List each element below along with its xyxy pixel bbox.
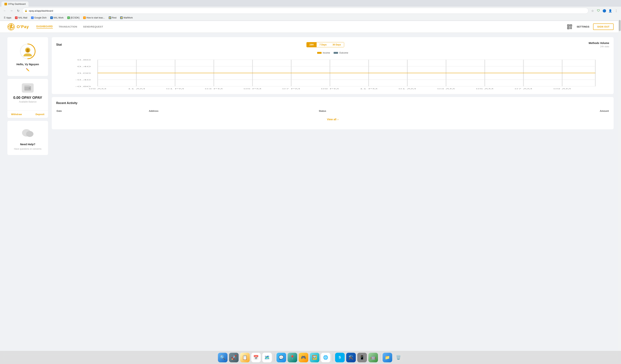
signout-button[interactable]: SIGN OUT: [593, 23, 614, 30]
svg-rect-18: [24, 85, 30, 87]
svg-point-3: [10, 25, 12, 26]
dock-phone[interactable]: 📱: [357, 353, 367, 362]
svg-text:05 AM: 05 AM: [476, 88, 493, 90]
profile-button[interactable]: 👤: [608, 8, 613, 13]
nav-transaction[interactable]: TRANSACTION: [59, 25, 77, 28]
bookmark-google-dich-label: Google Dich: [34, 17, 47, 19]
svg-rect-11: [571, 27, 572, 28]
settings-link[interactable]: SETTINGS: [577, 25, 589, 28]
income-color: [317, 52, 322, 54]
bookmarks-bar: ⠿ Apps M NAL Mail T Google Dich W NAL Wo…: [0, 15, 621, 21]
extension-button[interactable]: 🔵: [602, 8, 607, 13]
header-actions: SETTINGS SIGN OUT: [566, 23, 614, 30]
browser-chrome: O'Pay Dashboard ← → ↻ 🔒 opay.ai/app/dash…: [0, 0, 621, 21]
stat-tabs: 24H 7 Days 30 Days: [307, 42, 344, 47]
chart-legend: Income Outcome: [56, 51, 609, 54]
svg-text:11 AM: 11 AM: [128, 88, 145, 90]
nav-send-request[interactable]: SEND/REQUEST: [83, 25, 103, 28]
col-amount: Amount: [449, 108, 609, 114]
tab-title: O'Pay Dashboard: [8, 3, 26, 5]
income-label: Income: [323, 51, 330, 54]
forward-button[interactable]: →: [9, 8, 14, 13]
reload-button[interactable]: ↻: [16, 8, 21, 13]
svg-rect-7: [570, 25, 571, 26]
tab-30days[interactable]: 30 Days: [329, 42, 344, 47]
dock-trash[interactable]: 🗑️: [394, 353, 403, 362]
outcome-label: Outcome: [339, 51, 348, 54]
methods-volume-area: Methods Volume 24h stats: [589, 42, 609, 48]
left-sidebar: Hello, Vy Nguyen ✏️ 0.00 OPAY OPAY Avail…: [7, 37, 48, 361]
bookmark-nal-work-label: NAL Work: [54, 17, 64, 19]
methods-volume-label: Methods Volume: [589, 42, 609, 45]
svg-text:-0.80: -0.80: [75, 85, 91, 87]
dock-calendar[interactable]: 📅: [251, 353, 261, 362]
dock-skype[interactable]: S: [335, 353, 345, 362]
bookmark-ecsdk-label: [ECSDK]: [70, 17, 79, 19]
svg-point-19: [29, 87, 31, 89]
bookmark-nal-mail[interactable]: M NAL Mail: [14, 16, 29, 20]
stat-chart: 0.80 0.40 0.00 -0.40 -0.80 09 AM 11 AM 0…: [56, 56, 609, 90]
wallet-icon: [22, 83, 34, 93]
view-all-row: View all ›: [57, 114, 609, 125]
chart-container: 0.80 0.40 0.00 -0.40 -0.80 09 AM 11 AM 0…: [56, 56, 609, 90]
tab-favicon: [4, 3, 7, 5]
activity-card: Recent Activity Date Address Status Amou…: [52, 97, 614, 129]
bookmark-nal-work[interactable]: W NAL Work: [49, 16, 65, 20]
svg-text:11 PM: 11 PM: [360, 88, 378, 90]
bookmark-google-dich[interactable]: T Google Dich: [30, 16, 48, 20]
balance-label: Available Balance: [11, 100, 44, 103]
stat-header: Stat 24H 7 Days 30 Days Methods Volume 2…: [56, 42, 609, 48]
bookmark-mailwork-label: MailWork: [123, 17, 133, 19]
active-tab[interactable]: O'Pay Dashboard: [1, 1, 29, 7]
dock-notes[interactable]: 📋: [240, 353, 250, 362]
dock-chrome[interactable]: 🌐: [321, 353, 330, 362]
bookmark-rest[interactable]: 📁 Rest: [107, 16, 118, 20]
nav-dashboard[interactable]: DASHBOARD: [36, 25, 53, 29]
dock-game[interactable]: 🎮: [299, 353, 308, 362]
activity-tbody: View all ›: [57, 114, 609, 125]
stat-title: Stat: [56, 43, 62, 46]
back-button[interactable]: ←: [2, 8, 7, 13]
scrollbar-thumb[interactable]: [619, 20, 621, 31]
dock-maps2[interactable]: 📍: [288, 353, 297, 362]
qr-icon[interactable]: [566, 23, 573, 30]
svg-rect-9: [568, 28, 569, 29]
dock-maps[interactable]: 🗺️: [262, 353, 272, 362]
bookmark-mailwork[interactable]: 📁 MailWork: [119, 16, 134, 20]
browser-scrollbar[interactable]: [619, 20, 621, 351]
svg-text:09 PM: 09 PM: [321, 88, 339, 90]
col-date: Date: [57, 108, 148, 114]
dock-xcode[interactable]: ⚒️: [346, 353, 356, 362]
main-nav: DASHBOARD TRANSACTION SEND/REQUEST: [36, 25, 567, 29]
dock-rocket[interactable]: 🚀: [229, 353, 239, 362]
bookmark-star-button[interactable]: ☆: [590, 8, 595, 13]
svg-rect-12: [570, 28, 571, 29]
edit-icon[interactable]: ✏️: [11, 68, 44, 71]
bookmark-apps[interactable]: ⠿ Apps: [2, 16, 13, 20]
deposit-button[interactable]: Deposit: [35, 113, 44, 116]
dock-finder[interactable]: 🔍: [218, 353, 227, 362]
dock-photos[interactable]: 🖼️: [310, 353, 319, 362]
svg-text:01 AM: 01 AM: [398, 88, 416, 90]
svg-text:0.40: 0.40: [77, 66, 91, 67]
tab-7days[interactable]: 7 Days: [317, 42, 330, 47]
menu-button[interactable]: ⋮: [614, 8, 619, 13]
tab-24h[interactable]: 24H: [307, 42, 317, 47]
dock-finder2[interactable]: 📁: [382, 353, 392, 362]
shield-icon[interactable]: 🛡: [596, 8, 601, 13]
dock-messages[interactable]: 💬: [276, 353, 286, 362]
withdraw-button[interactable]: Withdraw: [11, 113, 22, 116]
dock-separator-3: [380, 354, 380, 361]
legend-income: Income: [317, 51, 330, 54]
bookmark-how-to[interactable]: D How to start teac...: [82, 16, 106, 20]
bookmark-ecsdk[interactable]: E [ECSDK]: [66, 16, 81, 20]
bookmark-nal-mail-label: NAL Mail: [18, 17, 27, 19]
balance-info: 0.00 OPAY OPAY Available Balance: [7, 79, 48, 111]
help-icon: [21, 127, 34, 140]
dock-android[interactable]: 🤖: [368, 353, 378, 362]
view-all-button[interactable]: View all ›: [327, 118, 338, 121]
address-bar[interactable]: 🔒 opay.ai/app/dashboard: [22, 8, 588, 14]
activity-table: Date Address Status Amount View all ›: [56, 108, 609, 125]
balance-card: 0.00 OPAY OPAY Available Balance Withdra…: [7, 79, 48, 118]
logo-text: O'Pay: [17, 24, 29, 29]
